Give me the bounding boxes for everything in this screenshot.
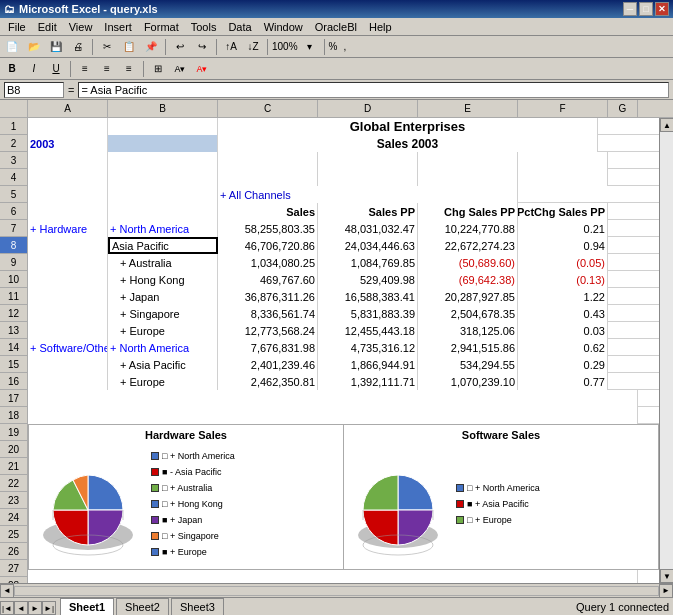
menu-data[interactable]: Data <box>222 19 257 35</box>
tab-sheet2[interactable]: Sheet2 <box>116 598 169 615</box>
menu-oracle[interactable]: OracleBl <box>309 19 363 35</box>
sort-asc-button[interactable]: ↑A <box>221 38 241 56</box>
row-15[interactable]: 15 <box>0 356 27 373</box>
align-left[interactable]: ≡ <box>75 60 95 78</box>
scroll-track-v[interactable] <box>660 132 673 569</box>
cell-e3[interactable] <box>418 152 518 169</box>
tab-sheet3[interactable]: Sheet3 <box>171 598 224 615</box>
scroll-right-btn[interactable]: ► <box>659 584 673 598</box>
col-header-d[interactable]: D <box>318 100 418 117</box>
cell-c3[interactable] <box>218 152 318 169</box>
cell-d7[interactable]: 48,031,032.47 <box>318 220 418 237</box>
cell-a13[interactable] <box>28 322 108 339</box>
cell-b11[interactable]: + Japan <box>108 288 218 305</box>
menu-tools[interactable]: Tools <box>185 19 223 35</box>
cell-d16[interactable]: 1,392,111.71 <box>318 373 418 390</box>
cell-b2[interactable] <box>108 135 218 152</box>
col-header-f[interactable]: F <box>518 100 608 117</box>
cell-c14[interactable]: 7,676,831.98 <box>218 339 318 356</box>
font-color[interactable]: A▾ <box>192 60 212 78</box>
cell-b13[interactable]: + Europe <box>108 322 218 339</box>
cell-a4[interactable] <box>28 169 108 186</box>
col-header-e[interactable]: E <box>418 100 518 117</box>
cell-c8[interactable]: 46,706,720.86 <box>218 237 318 254</box>
row-19[interactable]: 19 <box>0 424 27 441</box>
row-16[interactable]: 16 <box>0 373 27 390</box>
cell-f4[interactable] <box>518 169 608 186</box>
zoom-dropdown[interactable]: ▾ <box>300 38 320 56</box>
cell-17-empty[interactable] <box>28 390 638 407</box>
row-2[interactable]: 2 <box>0 135 27 152</box>
cell-a7[interactable]: + Hardware <box>28 220 108 237</box>
cell-e12[interactable]: 2,504,678.35 <box>418 305 518 322</box>
cell-a2[interactable]: 2003 <box>28 135 108 152</box>
col-header-a[interactable]: A <box>28 100 108 117</box>
menu-window[interactable]: Window <box>258 19 309 35</box>
cell-e7[interactable]: 10,224,770.88 <box>418 220 518 237</box>
cell-b15[interactable]: + Asia Pacific <box>108 356 218 373</box>
cell-a11[interactable] <box>28 288 108 305</box>
comma-btn[interactable]: , <box>343 41 346 52</box>
cell-b9[interactable]: + Australia <box>108 254 218 271</box>
scrollbar-h[interactable]: ◄ ► <box>0 583 673 597</box>
cell-d13[interactable]: 12,455,443.18 <box>318 322 418 339</box>
cell-b1[interactable] <box>108 118 218 135</box>
cell-b10[interactable]: + Hong Kong <box>108 271 218 288</box>
row-6[interactable]: 6 <box>0 203 27 220</box>
cell-a9[interactable] <box>28 254 108 271</box>
cell-d3[interactable] <box>318 152 418 169</box>
cell-f10[interactable]: (0.13) <box>518 271 608 288</box>
cell-c10[interactable]: 469,767.60 <box>218 271 318 288</box>
scroll-left-btn[interactable]: ◄ <box>0 584 14 598</box>
undo-button[interactable]: ↩ <box>170 38 190 56</box>
row-10[interactable]: 10 <box>0 271 27 288</box>
row-17[interactable]: 17 <box>0 390 27 407</box>
cell-b14[interactable]: + North America <box>108 339 218 356</box>
save-button[interactable]: 💾 <box>46 38 66 56</box>
scrollbar-v[interactable]: ▲ ▼ <box>659 118 673 583</box>
menu-help[interactable]: Help <box>363 19 398 35</box>
row-13[interactable]: 13 <box>0 322 27 339</box>
cell-e16[interactable]: 1,070,239.10 <box>418 373 518 390</box>
cell-f7[interactable]: 0.21 <box>518 220 608 237</box>
cell-a15[interactable] <box>28 356 108 373</box>
cell-e14[interactable]: 2,941,515.86 <box>418 339 518 356</box>
border-button[interactable]: ⊞ <box>148 60 168 78</box>
cell-b4[interactable] <box>108 169 218 186</box>
cell-f9[interactable]: (0.05) <box>518 254 608 271</box>
cell-a3[interactable] <box>28 152 108 169</box>
cell-d15[interactable]: 1,866,944.91 <box>318 356 418 373</box>
redo-button[interactable]: ↪ <box>192 38 212 56</box>
row-18[interactable]: 18 <box>0 407 27 424</box>
cell-a12[interactable] <box>28 305 108 322</box>
tab-last-btn[interactable]: ►| <box>42 601 56 615</box>
cell-d9[interactable]: 1,084,769.85 <box>318 254 418 271</box>
cell-b8-selected[interactable]: Asia Pacific <box>108 237 218 254</box>
bold-button[interactable]: B <box>2 60 22 78</box>
cell-d14[interactable]: 4,735,316.12 <box>318 339 418 356</box>
menu-insert[interactable]: Insert <box>98 19 138 35</box>
fill-color[interactable]: A▾ <box>170 60 190 78</box>
cell-c5[interactable]: + All Channels <box>218 186 518 203</box>
cell-f12[interactable]: 0.43 <box>518 305 608 322</box>
menu-file[interactable]: File <box>2 19 32 35</box>
row-5[interactable]: 5 <box>0 186 27 203</box>
cell-d12[interactable]: 5,831,883.39 <box>318 305 418 322</box>
row-27[interactable]: 27 <box>0 560 27 577</box>
row-11[interactable]: 11 <box>0 288 27 305</box>
cell-c6[interactable]: Sales <box>218 203 318 220</box>
row-20[interactable]: 20 <box>0 441 27 458</box>
row-26[interactable]: 26 <box>0 543 27 560</box>
cell-f11[interactable]: 1.22 <box>518 288 608 305</box>
cell-d8[interactable]: 24,034,446.63 <box>318 237 418 254</box>
close-button[interactable]: ✕ <box>655 2 669 16</box>
cell-c1[interactable]: Global Enterprises <box>218 118 598 135</box>
menu-view[interactable]: View <box>63 19 99 35</box>
col-header-c[interactable]: C <box>218 100 318 117</box>
cell-b6[interactable] <box>108 203 218 220</box>
cell-f14[interactable]: 0.62 <box>518 339 608 356</box>
cell-a14[interactable]: + Software/Other <box>28 339 108 356</box>
cell-b16[interactable]: + Europe <box>108 373 218 390</box>
cell-f15[interactable]: 0.29 <box>518 356 608 373</box>
tab-next-btn[interactable]: ► <box>28 601 42 615</box>
